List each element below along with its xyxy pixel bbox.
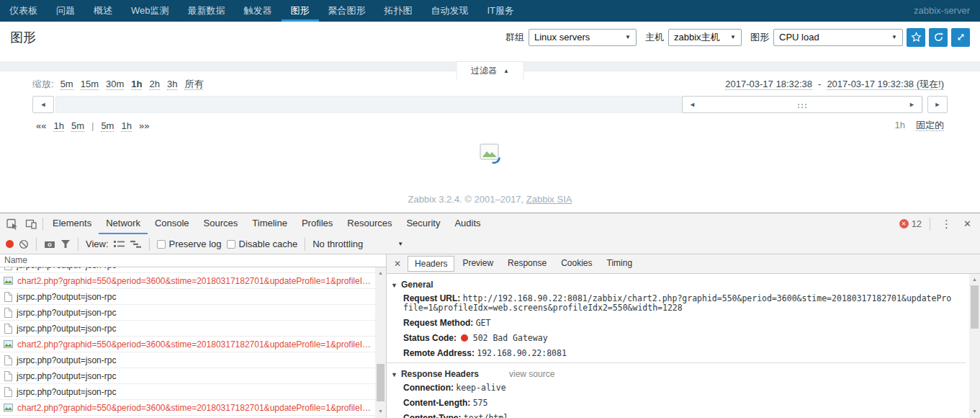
chevron-down-icon: ▼ — [724, 34, 736, 40]
scroll-down-icon[interactable]: ▼ — [375, 406, 386, 417]
detail-tab-cookies[interactable]: Cookies — [554, 256, 598, 272]
devtools-tab-security[interactable]: Security — [399, 213, 447, 234]
request-row-4[interactable]: jsrpc.php?output=json-rpc — [0, 305, 375, 321]
preserve-log-toggle[interactable]: Preserve log — [157, 239, 222, 249]
filter-funnel-icon[interactable] — [60, 239, 71, 249]
fixed-link[interactable]: 固定的 — [916, 120, 944, 131]
scrollbar-thumb[interactable] — [971, 285, 979, 329]
zoom-link-1h[interactable]: 1h — [131, 79, 142, 90]
host-select[interactable]: zabbix主机 ▼ — [668, 29, 742, 46]
nav-item-9[interactable]: 拓扑图 — [375, 0, 422, 22]
nav-item-4[interactable]: Web监测 — [122, 0, 179, 22]
header-key: Connection: — [403, 383, 454, 393]
devtools-tab-console[interactable]: Console — [148, 213, 197, 234]
request-row-2[interactable]: chart2.php?graphid=550&period=3600&stime… — [0, 273, 375, 289]
refresh-button[interactable] — [929, 28, 948, 47]
throttling-select[interactable]: No throttling ▼ — [313, 239, 403, 249]
disable-cache-toggle[interactable]: Disable cache — [227, 239, 298, 249]
record-button[interactable] — [6, 240, 14, 248]
nav-item-2[interactable]: 问题 — [47, 0, 84, 22]
period-move-links: ««1h5m|5m1h»» — [32, 120, 153, 131]
move-link-5[interactable]: 1h — [121, 120, 131, 132]
filter-toggle-tab[interactable]: 过滤器 ▲ — [456, 61, 524, 79]
scroll-right-button[interactable]: ► — [927, 96, 948, 113]
detail-tab-response[interactable]: Response — [501, 256, 553, 272]
nav-item-11[interactable]: IT服务 — [478, 0, 524, 22]
zoom-link-3h[interactable]: 3h — [167, 79, 177, 90]
range-end-link[interactable]: 2017-03-17 19:32:38 (现在!) — [827, 79, 944, 90]
inspect-element-button[interactable] — [3, 215, 22, 234]
zoom-link-30m[interactable]: 30m — [106, 79, 124, 90]
detail-scrollbar[interactable]: ▲ ▼ — [969, 274, 980, 418]
name-column-header[interactable]: Name — [0, 254, 386, 267]
general-section-header[interactable]: ▼ General — [390, 277, 966, 293]
detail-tab-headers[interactable]: Headers — [408, 256, 454, 272]
scroll-down-icon[interactable]: ▼ — [969, 406, 980, 417]
document-icon — [4, 308, 12, 318]
scroll-up-icon[interactable]: ▲ — [375, 267, 386, 278]
request-row-7[interactable]: jsrpc.php?output=json-rpc — [0, 352, 375, 368]
nav-item-8[interactable]: 聚合图形 — [319, 0, 375, 22]
move-link-4[interactable]: 5m — [101, 120, 114, 132]
footer-link[interactable]: Zabbix SIA — [526, 194, 572, 205]
large-rows-view-icon[interactable] — [114, 240, 125, 249]
move-link-0[interactable]: «« — [36, 120, 46, 131]
scroll-up-icon[interactable]: ▲ — [969, 274, 980, 285]
disable-cache-label: Disable cache — [239, 239, 298, 249]
waterfall-view-icon[interactable] — [130, 240, 142, 249]
scrollbar-thumb[interactable] — [377, 364, 385, 401]
time-range-slider[interactable]: ◄ ► — [682, 96, 922, 113]
devtools-tab-network[interactable]: Network — [99, 213, 148, 234]
request-row-5[interactable]: jsrpc.php?output=json-rpc — [0, 321, 375, 337]
group-select[interactable]: Linux servers ▼ — [529, 29, 637, 46]
image-icon — [4, 339, 13, 349]
request-row-1[interactable]: jsrpc.php?output=json-rpc — [0, 267, 375, 273]
nav-item-6[interactable]: 触发器 — [235, 0, 282, 22]
detail-tab-timing[interactable]: Timing — [601, 256, 639, 272]
move-link-2[interactable]: 5m — [71, 120, 84, 132]
request-list-scrollbar[interactable]: ▲ ▼ — [375, 267, 386, 418]
screenshot-camera-icon[interactable] — [44, 240, 55, 249]
detail-tab-preview[interactable]: Preview — [456, 256, 500, 272]
time-scrollbar-track[interactable]: ◄ ► — [55, 96, 923, 113]
nav-item-7[interactable]: 图形 — [282, 0, 319, 22]
zoom-link-所有[interactable]: 所有 — [184, 79, 203, 90]
devtools-tab-audits[interactable]: Audits — [447, 213, 487, 234]
zoom-link-15m[interactable]: 15m — [81, 79, 99, 90]
zoom-link-5m[interactable]: 5m — [60, 79, 73, 90]
favourite-button[interactable] — [907, 28, 925, 47]
fullscreen-button[interactable] — [951, 28, 970, 47]
request-row-9[interactable]: jsrpc.php?output=json-rpc — [0, 384, 375, 400]
device-toolbar-button[interactable] — [22, 215, 40, 234]
devtools-tab-timeline[interactable]: Timeline — [245, 213, 295, 234]
nav-item-3[interactable]: 概述 — [84, 0, 122, 22]
clear-icon[interactable] — [19, 239, 29, 249]
request-row-10[interactable]: chart2.php?graphid=550&period=3600&stime… — [0, 400, 375, 416]
devtools-menu-button[interactable]: ⋮ — [938, 218, 955, 231]
graph-select[interactable]: CPU load ▼ — [773, 29, 903, 46]
close-detail-icon[interactable]: ✕ — [391, 259, 407, 269]
response-headers-section-header[interactable]: ▼ Response Headers view source — [390, 367, 966, 382]
devtools-tab-profiles[interactable]: Profiles — [295, 213, 340, 234]
request-row-3[interactable]: jsrpc.php?output=json-rpc — [0, 289, 375, 305]
move-link-6[interactable]: »» — [139, 120, 149, 131]
devtools-tab-elements[interactable]: Elements — [45, 213, 99, 234]
nav-item-1[interactable]: 仪表板 — [0, 0, 47, 22]
response-headers-section-title: Response Headers — [401, 369, 479, 379]
document-icon — [4, 324, 12, 334]
range-start-link[interactable]: 2017-03-17 18:32:38 — [725, 79, 812, 90]
scroll-left-button[interactable]: ◄ — [32, 96, 54, 113]
nav-item-5[interactable]: 最新数据 — [179, 0, 235, 22]
request-row-6[interactable]: chart2.php?graphid=550&period=3600&stime… — [0, 337, 375, 352]
zoom-label: 缩放: — [32, 79, 54, 89]
request-row-8[interactable]: jsrpc.php?output=json-rpc — [0, 368, 375, 384]
zoom-link-2h[interactable]: 2h — [149, 79, 159, 90]
console-error-badge[interactable]: ✕ 12 — [899, 218, 922, 229]
view-source-link[interactable]: view source — [509, 369, 554, 379]
devtools-tab-sources[interactable]: Sources — [197, 213, 246, 234]
devtools-tab-resources[interactable]: Resources — [340, 213, 399, 234]
devtools-close-button[interactable]: ✕ — [961, 218, 974, 229]
move-link-1[interactable]: 1h — [53, 120, 63, 132]
group-filter-label: 群组 — [505, 31, 524, 44]
nav-item-10[interactable]: 自动发现 — [422, 0, 478, 22]
